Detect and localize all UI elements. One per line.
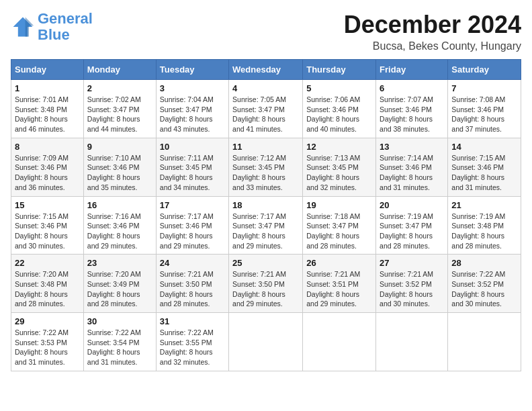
- day-number: 5: [306, 83, 372, 93]
- day-number: 17: [160, 200, 225, 210]
- day-number: 18: [232, 200, 299, 210]
- table-cell: 4 Sunrise: 7:05 AM Sunset: 3:47 PM Dayli…: [229, 80, 303, 138]
- day-info: Sunrise: 7:02 AM Sunset: 3:47 PM Dayligh…: [87, 95, 152, 134]
- day-info: Sunrise: 7:18 AM Sunset: 3:47 PM Dayligh…: [306, 212, 372, 251]
- table-cell: 10 Sunrise: 7:11 AM Sunset: 3:45 PM Dayl…: [156, 138, 228, 196]
- day-info: Sunrise: 7:16 AM Sunset: 3:46 PM Dayligh…: [87, 212, 152, 251]
- day-number: 25: [232, 258, 299, 268]
- day-number: 3: [160, 83, 225, 93]
- day-info: Sunrise: 7:22 AM Sunset: 3:54 PM Dayligh…: [87, 328, 152, 367]
- day-info: Sunrise: 7:12 AM Sunset: 3:45 PM Dayligh…: [232, 153, 299, 193]
- day-number: 1: [15, 83, 80, 93]
- day-number: 16: [87, 200, 152, 210]
- day-number: 4: [232, 83, 299, 93]
- logo-icon: [11, 15, 35, 39]
- day-number: 10: [160, 142, 225, 152]
- col-saturday: Saturday: [448, 60, 521, 80]
- day-info: Sunrise: 7:01 AM Sunset: 3:48 PM Dayligh…: [15, 95, 80, 134]
- day-info: Sunrise: 7:21 AM Sunset: 3:50 PM Dayligh…: [160, 269, 225, 309]
- day-number: 23: [87, 258, 152, 268]
- col-monday: Monday: [83, 60, 156, 80]
- day-number: 20: [380, 200, 444, 210]
- month-title: December 2024: [344, 11, 521, 39]
- day-number: 11: [232, 142, 299, 152]
- header-area: General Blue December 2024 Bucsa, Bekes …: [11, 11, 521, 52]
- table-cell: 27 Sunrise: 7:21 AM Sunset: 3:52 PM Dayl…: [376, 255, 448, 313]
- day-info: Sunrise: 7:21 AM Sunset: 3:50 PM Dayligh…: [232, 269, 299, 309]
- location-title: Bucsa, Bekes County, Hungary: [344, 40, 521, 52]
- table-cell: 8 Sunrise: 7:09 AM Sunset: 3:46 PM Dayli…: [11, 138, 84, 196]
- table-cell: 6 Sunrise: 7:07 AM Sunset: 3:46 PM Dayli…: [376, 80, 448, 138]
- day-info: Sunrise: 7:21 AM Sunset: 3:51 PM Dayligh…: [306, 269, 372, 309]
- table-cell: 25 Sunrise: 7:21 AM Sunset: 3:50 PM Dayl…: [229, 255, 303, 313]
- logo-text: General Blue: [38, 11, 93, 43]
- day-info: Sunrise: 7:15 AM Sunset: 3:46 PM Dayligh…: [15, 212, 80, 251]
- table-cell: 21 Sunrise: 7:19 AM Sunset: 3:48 PM Dayl…: [448, 196, 521, 255]
- day-info: Sunrise: 7:17 AM Sunset: 3:47 PM Dayligh…: [232, 212, 299, 251]
- day-number: 27: [380, 258, 444, 268]
- day-info: Sunrise: 7:10 AM Sunset: 3:46 PM Dayligh…: [87, 153, 152, 193]
- day-info: Sunrise: 7:19 AM Sunset: 3:47 PM Dayligh…: [380, 212, 444, 251]
- day-info: Sunrise: 7:20 AM Sunset: 3:48 PM Dayligh…: [15, 269, 80, 309]
- table-cell: 24 Sunrise: 7:21 AM Sunset: 3:50 PM Dayl…: [156, 255, 228, 313]
- day-number: 28: [451, 258, 517, 268]
- table-cell: 3 Sunrise: 7:04 AM Sunset: 3:47 PM Dayli…: [156, 80, 228, 138]
- table-cell: 5 Sunrise: 7:06 AM Sunset: 3:46 PM Dayli…: [303, 80, 376, 138]
- day-number: 8: [15, 142, 80, 152]
- day-info: Sunrise: 7:14 AM Sunset: 3:46 PM Dayligh…: [380, 153, 444, 193]
- table-cell: 31 Sunrise: 7:22 AM Sunset: 3:55 PM Dayl…: [156, 313, 228, 371]
- day-info: Sunrise: 7:22 AM Sunset: 3:53 PM Dayligh…: [15, 328, 80, 367]
- table-cell: 23 Sunrise: 7:20 AM Sunset: 3:49 PM Dayl…: [83, 255, 156, 313]
- day-info: Sunrise: 7:17 AM Sunset: 3:46 PM Dayligh…: [160, 212, 225, 251]
- day-info: Sunrise: 7:05 AM Sunset: 3:47 PM Dayligh…: [232, 95, 299, 134]
- day-info: Sunrise: 7:06 AM Sunset: 3:46 PM Dayligh…: [306, 95, 372, 134]
- day-number: 7: [451, 83, 517, 93]
- table-cell: 9 Sunrise: 7:10 AM Sunset: 3:46 PM Dayli…: [83, 138, 156, 196]
- logo: General Blue: [11, 11, 93, 43]
- table-cell: [229, 313, 303, 371]
- day-number: 21: [451, 200, 517, 210]
- table-cell: 22 Sunrise: 7:20 AM Sunset: 3:48 PM Dayl…: [11, 255, 84, 313]
- col-friday: Friday: [376, 60, 448, 80]
- table-cell: 7 Sunrise: 7:08 AM Sunset: 3:46 PM Dayli…: [448, 80, 521, 138]
- day-number: 31: [160, 316, 225, 326]
- day-info: Sunrise: 7:11 AM Sunset: 3:45 PM Dayligh…: [160, 153, 225, 193]
- table-cell: 19 Sunrise: 7:18 AM Sunset: 3:47 PM Dayl…: [303, 196, 376, 255]
- day-number: 15: [15, 200, 80, 210]
- table-cell: 14 Sunrise: 7:15 AM Sunset: 3:46 PM Dayl…: [448, 138, 521, 196]
- table-cell: 28 Sunrise: 7:22 AM Sunset: 3:52 PM Dayl…: [448, 255, 521, 313]
- table-cell: 1 Sunrise: 7:01 AM Sunset: 3:48 PM Dayli…: [11, 80, 84, 138]
- day-number: 24: [160, 258, 225, 268]
- day-info: Sunrise: 7:07 AM Sunset: 3:46 PM Dayligh…: [380, 95, 444, 134]
- day-info: Sunrise: 7:09 AM Sunset: 3:46 PM Dayligh…: [15, 153, 80, 193]
- day-number: 26: [306, 258, 372, 268]
- day-info: Sunrise: 7:08 AM Sunset: 3:46 PM Dayligh…: [451, 95, 517, 134]
- day-number: 29: [15, 316, 80, 326]
- day-number: 6: [380, 83, 444, 93]
- table-cell: 29 Sunrise: 7:22 AM Sunset: 3:53 PM Dayl…: [11, 313, 84, 371]
- table-cell: 2 Sunrise: 7:02 AM Sunset: 3:47 PM Dayli…: [83, 80, 156, 138]
- table-cell: 13 Sunrise: 7:14 AM Sunset: 3:46 PM Dayl…: [376, 138, 448, 196]
- day-number: 9: [87, 142, 152, 152]
- day-number: 30: [87, 316, 152, 326]
- calendar-header-row: Sunday Monday Tuesday Wednesday Thursday…: [11, 60, 521, 80]
- table-cell: [303, 313, 376, 371]
- day-info: Sunrise: 7:13 AM Sunset: 3:45 PM Dayligh…: [306, 153, 372, 193]
- day-info: Sunrise: 7:19 AM Sunset: 3:48 PM Dayligh…: [451, 212, 517, 251]
- day-info: Sunrise: 7:04 AM Sunset: 3:47 PM Dayligh…: [160, 95, 225, 134]
- day-info: Sunrise: 7:20 AM Sunset: 3:49 PM Dayligh…: [87, 269, 152, 309]
- col-wednesday: Wednesday: [229, 60, 303, 80]
- day-info: Sunrise: 7:21 AM Sunset: 3:52 PM Dayligh…: [380, 269, 444, 309]
- col-thursday: Thursday: [303, 60, 376, 80]
- table-cell: 18 Sunrise: 7:17 AM Sunset: 3:47 PM Dayl…: [229, 196, 303, 255]
- day-info: Sunrise: 7:15 AM Sunset: 3:46 PM Dayligh…: [451, 153, 517, 193]
- day-number: 22: [15, 258, 80, 268]
- day-info: Sunrise: 7:22 AM Sunset: 3:52 PM Dayligh…: [451, 269, 517, 309]
- col-tuesday: Tuesday: [156, 60, 228, 80]
- table-cell: 11 Sunrise: 7:12 AM Sunset: 3:45 PM Dayl…: [229, 138, 303, 196]
- day-number: 14: [451, 142, 517, 152]
- table-cell: 16 Sunrise: 7:16 AM Sunset: 3:46 PM Dayl…: [83, 196, 156, 255]
- title-area: December 2024 Bucsa, Bekes County, Hunga…: [344, 11, 521, 52]
- day-number: 2: [87, 83, 152, 93]
- col-sunday: Sunday: [11, 60, 84, 80]
